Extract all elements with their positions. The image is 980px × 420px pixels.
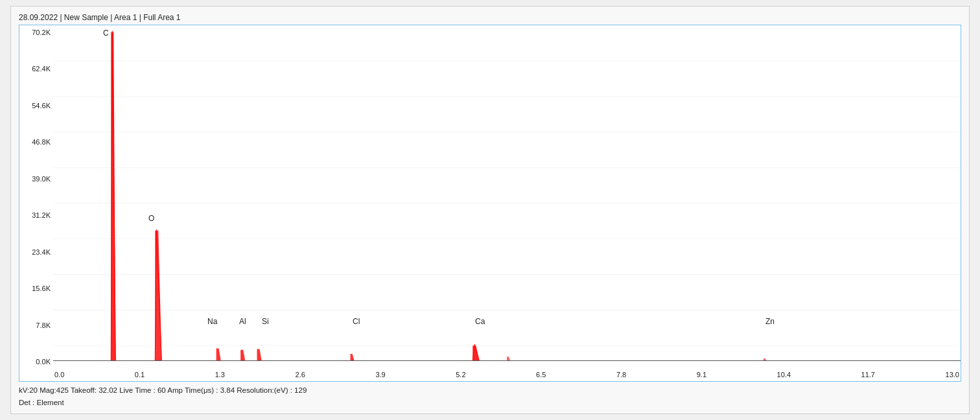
svg-marker-13 [257, 349, 261, 361]
x-label-104: 10.4 [777, 371, 791, 379]
svg-marker-16 [507, 356, 510, 360]
y-label-546k: 54.6K [32, 102, 51, 110]
chart-footer: kV:20 Mag:425 Takeoff: 32.02 Live Time :… [19, 384, 961, 408]
y-label-00k: 0.0K [36, 358, 51, 366]
svg-marker-12 [240, 350, 245, 361]
x-label-78: 7.8 [616, 371, 626, 379]
x-label-13: 1.3 [215, 371, 225, 379]
element-label-Al: Al [239, 317, 246, 326]
x-label-52: 5.2 [456, 371, 465, 379]
element-label-O: O [148, 214, 154, 223]
element-label-Si: Si [262, 317, 269, 326]
y-label-234k: 23.4K [32, 249, 51, 256]
svg-marker-14 [351, 354, 355, 361]
footer-line1: kV:20 Mag:425 Takeoff: 32.02 Live Time :… [19, 384, 961, 396]
y-label-312k: 31.2K [32, 212, 51, 219]
y-label-468k: 46.8K [32, 139, 51, 146]
chart-container: 28.09.2022 | New Sample | Area 1 | Full … [10, 6, 970, 414]
element-label-Zn: Zn [765, 317, 775, 326]
element-label-Na: Na [207, 317, 217, 326]
chart-area: 70.2K 62.4K 54.6K 46.8K 39.0K 31.2K 23.4… [19, 25, 961, 382]
spectrum-svg [53, 25, 961, 381]
plot-area: C O Na Al Si Cl Ca Zn 0.0 0.1 1.3 2.6 3.… [53, 25, 961, 381]
chart-title: 28.09.2022 | New Sample | Area 1 | Full … [19, 13, 961, 22]
element-label-Ca: Ca [475, 317, 485, 326]
element-label-Cl: Cl [353, 317, 360, 326]
y-label-624k: 62.4K [32, 65, 51, 73]
y-label-78k: 7.8K [36, 322, 51, 329]
element-label-C: C [103, 29, 109, 38]
x-label-26: 2.6 [296, 371, 305, 379]
y-label-702k: 70.2K [32, 29, 51, 36]
x-axis-labels: 0.0 0.1 1.3 2.6 3.9 5.2 6.5 7.8 9.1 10.4… [53, 371, 961, 379]
x-label-01: 0.1 [135, 371, 145, 379]
footer-line2: Det : Element [19, 397, 961, 408]
y-axis: 70.2K 62.4K 54.6K 46.8K 39.0K 31.2K 23.4… [19, 25, 53, 381]
x-label-117: 11.7 [861, 371, 875, 379]
y-label-156k: 15.6K [32, 285, 51, 292]
x-label-39: 3.9 [375, 371, 385, 379]
y-label-390k: 39.0K [32, 176, 51, 183]
x-label-0: 0.0 [54, 371, 64, 379]
x-label-91: 9.1 [697, 371, 706, 379]
x-label-130: 13.0 [946, 371, 959, 379]
x-label-65: 6.5 [536, 371, 546, 379]
svg-marker-11 [216, 349, 221, 361]
